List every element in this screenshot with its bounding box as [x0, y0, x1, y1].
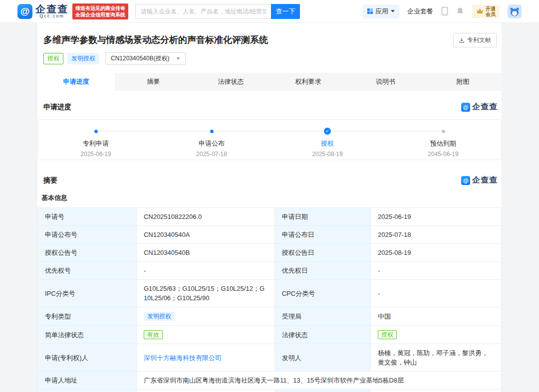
timeline-dot	[442, 130, 445, 133]
abstract-section: 摘要 @ 企查查 基本信息 申请号 CN202510822206.0 申请日期 …	[37, 160, 502, 392]
table-row: 申请公布号 CN120340540A 申请公布日 2025-07-18	[38, 226, 502, 244]
patent-type-tag: 发明授权	[144, 312, 175, 321]
basic-info-table: 申请号 CN202510822206.0 申请日期 2025-06-19 申请公…	[37, 207, 502, 392]
application-progress-section: 申请进度 @ 企查查 专利申请 2025-06-19 申请公布 2025-07-…	[37, 91, 502, 160]
patent-type-tag: 发明授权	[67, 53, 99, 64]
chevron-down-icon	[391, 10, 395, 12]
qcc-watermark-icon: @	[461, 103, 470, 112]
table-row: 简单法律状态 有效 法律状态 授权	[38, 326, 502, 344]
basic-info-subtitle: 基本信息	[37, 186, 502, 207]
qcc-watermark: @ 企查查	[461, 175, 498, 186]
apps-menu[interactable]: 应用	[363, 4, 399, 18]
timeline-node-publication: 申请公布 2025-07-18	[154, 128, 270, 158]
detail-tabs: 申请进度 摘要 法律状态 权利要求 说明书 附图	[37, 73, 502, 91]
timeline-dot	[94, 130, 98, 133]
tab-abstract[interactable]: 摘要	[115, 73, 192, 91]
table-row: 申请人地址 广东省深圳市南山区粤海街道滨海社区海天一路11、13、15号深圳市软…	[38, 372, 502, 390]
chevron-down-icon	[177, 58, 180, 60]
patent-title: 多维声学参数与情感场景动态分析的声音标准化评测系统	[43, 34, 496, 46]
bell-icon[interactable]	[456, 7, 464, 15]
patent-header-section: 多维声学参数与情感场景动态分析的声音标准化评测系统 专利文献 授权 发明授权 C…	[37, 23, 502, 73]
qcc-logo[interactable]: @ 企查查 Qcc.com 缔造有远见的商业传奇 全国企业信用查询系统	[17, 3, 128, 19]
patent-doc-button[interactable]: 专利文献	[453, 33, 497, 47]
tab-description[interactable]: 说明书	[347, 73, 424, 91]
slogan-badge: 缔造有远见的商业传奇 全国企业信用查询系统	[72, 3, 128, 19]
timeline-node-expiry: 预估到期 2045-06-19	[385, 128, 501, 158]
patent-tag-row: 授权 发明授权 CN120340540B(授权)	[43, 52, 496, 65]
apps-grid-icon	[367, 8, 373, 14]
patent-number-select[interactable]: CN120340540B(授权)	[105, 52, 186, 65]
enterprise-plan-link[interactable]: 企业套餐	[407, 7, 433, 16]
top-nav: 应用 企业套餐 开通会员	[363, 4, 522, 18]
mobile-app-icon[interactable]	[441, 6, 448, 16]
timeline-dot-current-check-icon: ✓	[324, 128, 331, 135]
tab-claims[interactable]: 权利要求	[270, 73, 347, 91]
penguin-mascot-icon	[509, 6, 520, 17]
granted-status-tag: 授权	[43, 53, 63, 64]
timeline-node-grant: ✓ 授权 2025-08-19	[270, 128, 385, 158]
search-input[interactable]	[135, 4, 271, 19]
tab-application-progress[interactable]: 申请进度	[37, 73, 115, 91]
top-header: @ 企查查 Qcc.com 缔造有远见的商业传奇 全国企业信用查询系统 查一下 …	[0, 0, 539, 23]
search-bar: 查一下	[135, 4, 300, 19]
progress-section-title: 申请进度	[43, 103, 71, 112]
applicant-company-link[interactable]: 深圳十方融海科技有限公司	[144, 354, 222, 362]
content-card: 多维声学参数与情感场景动态分析的声音标准化评测系统 专利文献 授权 发明授权 C…	[37, 23, 502, 392]
progress-timeline: 专利申请 2025-06-19 申请公布 2025-07-18 ✓ 授权 202…	[37, 119, 502, 160]
abstract-section-title: 摘要	[43, 176, 57, 185]
tab-drawings[interactable]: 附图	[424, 73, 502, 91]
table-row: 优先权号 - 优先权日 -	[38, 262, 502, 280]
granted-status-tag: 授权	[378, 330, 397, 339]
timeline-node-filing: 专利申请 2025-06-19	[38, 128, 154, 158]
table-row: 申请(专利权)人 深圳十方融海科技有限公司 发明人 杨楠，黄冠，陈劢，邓子涵，黎…	[38, 344, 502, 372]
table-row: IPC分类号 G10L25/63；G10L25/15；G10L25/12；G10…	[38, 280, 502, 307]
table-row: 授权公告号 CN120340540B 授权公告日 2025-08-19	[38, 244, 502, 262]
valid-status-tag: 有效	[144, 330, 163, 339]
user-avatar[interactable]	[508, 4, 522, 18]
download-icon	[459, 37, 465, 43]
vip-crown-icon	[476, 8, 484, 14]
qcc-logo-icon: @	[17, 4, 32, 19]
table-row: 代理机构 深圳众邦专利代理有限公司 代理人 王红	[38, 390, 502, 392]
table-row: 申请号 CN202510822206.0 申请日期 2025-06-19	[38, 208, 502, 226]
tab-legal-status[interactable]: 法律状态	[192, 73, 270, 91]
vip-upgrade-button[interactable]: 开通会员	[472, 5, 500, 18]
qcc-watermark: @ 企查查	[461, 102, 498, 112]
qcc-logo-text: 企查查 Qcc.com	[35, 4, 68, 18]
qcc-watermark-icon: @	[461, 176, 470, 185]
timeline-dot	[210, 130, 214, 133]
apps-menu-label: 应用	[375, 7, 388, 16]
table-row: 专利类型 发明授权 受理局 中国	[38, 307, 502, 326]
search-button[interactable]: 查一下	[271, 4, 300, 19]
